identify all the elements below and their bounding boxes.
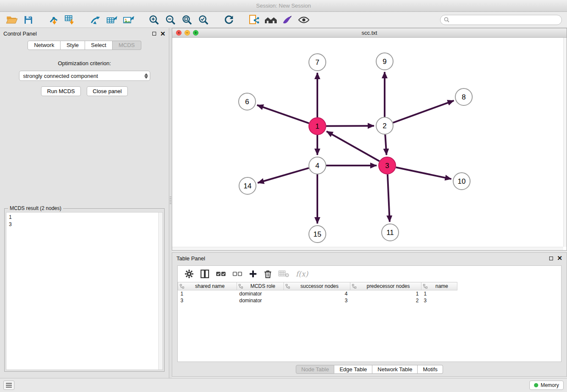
mcds-result-list[interactable]: 1 3 [6,212,163,370]
export-network-button[interactable] [89,14,102,26]
save-session-button[interactable] [22,14,35,26]
import-network-button[interactable] [47,14,61,26]
export-table-button[interactable] [105,14,119,26]
network-vertical-scrollbar[interactable] [563,38,567,247]
column-type-icon [239,284,243,290]
criterion-dropdown[interactable]: strongly connected component [19,71,150,81]
table-row[interactable]: 3 dominator 3 2 3 [178,297,457,304]
graph-node-14[interactable]: 14 [239,177,256,194]
window-close-button[interactable]: × [176,30,182,36]
zoom-selected-button[interactable] [197,14,210,26]
float-panel-icon[interactable] [152,32,156,36]
status-bar: Memory [0,378,567,392]
graph-edge-2-3[interactable] [385,135,386,155]
document-share-icon [248,14,260,25]
tab-network-table[interactable]: Network Table [372,365,418,374]
tab-mcds[interactable]: MCDS [113,41,141,50]
column-header-successor-nodes[interactable]: successor nodes [284,282,350,290]
window-title: Session: New Session [256,3,311,9]
apply-style-button[interactable] [281,14,294,26]
column-header-name[interactable]: name [421,282,457,290]
graph-edge-3-11[interactable] [388,174,390,222]
search-input[interactable] [451,17,558,23]
graph-node-10[interactable]: 10 [453,173,470,190]
close-panel-icon[interactable]: ✕ [160,31,165,36]
zoom-fit-button[interactable] [180,14,194,26]
run-mcds-button[interactable]: Run MCDS [41,86,81,96]
network-graph[interactable]: 7968124314101511 [172,38,563,247]
graph-edge-4-14[interactable] [258,168,309,183]
result-scrollbar[interactable] [158,213,162,370]
task-history-button[interactable] [3,381,14,390]
tab-select[interactable]: Select [85,41,113,50]
tab-node-table[interactable]: Node Table [296,365,335,374]
search-box[interactable] [440,15,562,25]
svg-text:4: 4 [315,162,319,170]
open-file-button[interactable] [5,14,19,26]
network-analyzer-button[interactable] [264,14,278,26]
function-builder-button[interactable]: f(x) [296,270,308,278]
zoom-in-button[interactable] [147,14,161,26]
control-panel: Control Panel ✕ Network Style Select MCD… [0,28,169,378]
graph-node-7[interactable]: 7 [309,54,326,71]
main-toolbar [0,12,567,28]
zoom-out-button[interactable] [164,14,177,26]
deselect-all-icon [232,270,242,278]
control-panel-title: Control Panel [3,30,37,37]
table-row[interactable]: 1 dominator 4 1 1 [178,290,457,297]
columns-icon [200,269,209,279]
export-image-button[interactable] [122,14,135,26]
deselect-all-button[interactable] [232,270,242,278]
float-table-panel-icon[interactable] [549,257,553,260]
graph-node-2[interactable]: 2 [376,117,393,134]
tab-edge-table[interactable]: Edge Table [334,365,372,374]
tab-style[interactable]: Style [61,41,85,50]
gear-icon [184,269,194,279]
select-all-button[interactable] [216,270,226,278]
select-all-icon [216,270,226,278]
graph-node-11[interactable]: 11 [382,224,399,241]
refresh-layout-button[interactable] [222,14,236,26]
graph-node-8[interactable]: 8 [455,88,472,105]
column-header-mcds-role[interactable]: MCDS role [237,282,284,290]
graph-node-6[interactable]: 6 [239,93,256,110]
memory-button[interactable]: Memory [529,381,564,390]
criterion-dropdown-value: strongly connected component [23,73,98,79]
graph-edge-3-1[interactable] [327,131,380,161]
table-settings-button[interactable] [184,269,194,279]
tab-network[interactable]: Network [28,41,61,50]
mcds-result-line: 1 [9,214,160,221]
window-minimize-button[interactable]: − [184,30,190,36]
graph-edge-3-10[interactable] [396,167,451,179]
network-canvas[interactable]: 7968124314101511 [172,38,563,247]
close-panel-button[interactable]: Close panel [87,86,128,96]
graph-node-3[interactable]: 3 [379,157,396,174]
graph-edge-1-6[interactable] [257,105,309,123]
show-columns-button[interactable] [200,269,209,279]
column-header-shared-name[interactable]: shared name [178,282,237,290]
graph-edge-1-2[interactable] [326,126,374,126]
graph-node-15[interactable]: 15 [309,226,326,243]
export-image-icon [123,14,135,25]
svg-text:1: 1 [315,122,319,130]
splitter-grip-icon [170,196,171,204]
delete-column-button[interactable] [264,269,272,279]
window-zoom-button[interactable]: + [193,30,198,36]
import-table-button[interactable] [63,14,77,26]
refresh-icon [223,14,234,25]
graph-node-4[interactable]: 4 [309,157,326,174]
table-panel-title: Table Panel [176,255,205,262]
network-horizontal-scrollbar[interactable] [172,247,563,250]
create-column-button[interactable] [249,270,257,278]
svg-text:14: 14 [244,182,252,190]
node-table: shared name MCDS role successor nodes pr… [178,282,457,304]
close-table-panel-icon[interactable]: ✕ [557,256,562,261]
tab-motifs[interactable]: Motifs [418,365,443,374]
column-header-predecessor-nodes[interactable]: predecessor nodes [350,282,421,290]
export-to-web-button[interactable] [248,14,261,26]
graph-edge-2-8[interactable] [393,101,454,123]
show-hide-button[interactable] [297,14,311,26]
delete-table-button[interactable] [278,270,289,278]
graph-node-9[interactable]: 9 [376,53,393,70]
graph-node-1[interactable]: 1 [309,118,326,135]
